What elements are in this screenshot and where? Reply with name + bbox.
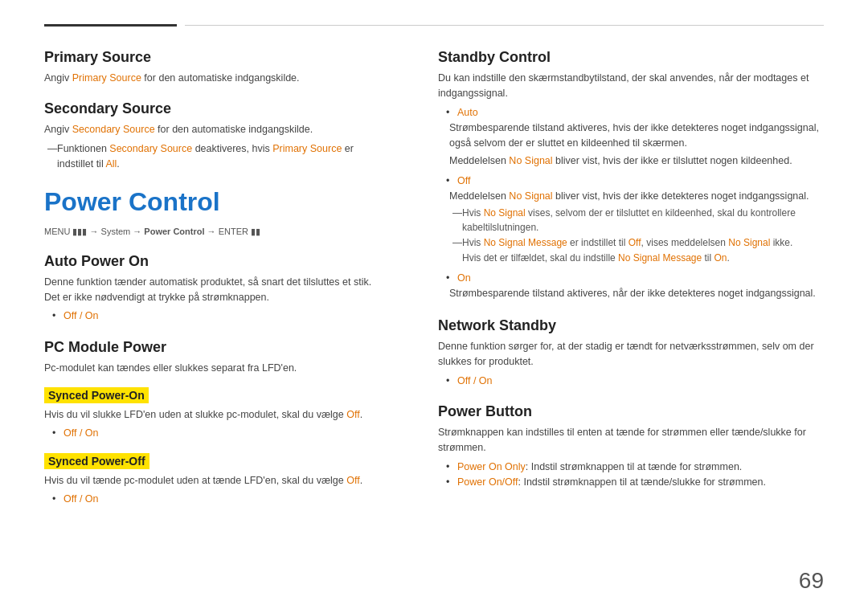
synced-power-on-bullet: Off / On	[52, 426, 390, 441]
right-column: Standby Control Du kan indstille den skæ…	[438, 49, 824, 522]
synced-power-on-label: Synced Power-On	[44, 387, 149, 403]
power-button-desc: Strømknappen kan indstilles til enten at…	[438, 425, 824, 456]
left-column: Primary Source Angiv Primary Source for …	[44, 49, 390, 522]
standby-on-desc: Strømbesparende tilstand aktiveres, når …	[438, 286, 824, 301]
network-standby-section: Network Standby Denne funktion sørger fo…	[438, 317, 824, 389]
power-control-title: Power Control	[44, 187, 390, 217]
content-area: Primary Source Angiv Primary Source for …	[44, 49, 824, 522]
divider-thin	[185, 25, 824, 26]
network-standby-title: Network Standby	[438, 317, 824, 334]
secondary-source-section: Secondary Source Angiv Secondary Source …	[44, 100, 390, 172]
standby-control-desc: Du kan indstille den skærmstandbytilstan…	[438, 71, 824, 102]
standby-auto-desc: Strømbesparende tilstand aktiveres, hvis…	[438, 121, 824, 151]
standby-off-note3: Hvis det er tilfældet, skal du indstille…	[438, 251, 824, 265]
top-dividers	[44, 24, 824, 27]
standby-control-list: Auto	[438, 105, 824, 121]
network-standby-list: Off / On	[438, 374, 824, 389]
power-button-section: Power Button Strømknappen kan indstilles…	[438, 403, 824, 491]
power-button-bullet2: Power On/Off: Indstil strømknappen til a…	[446, 475, 824, 490]
pc-module-power-title: PC Module Power	[44, 339, 390, 356]
auto-power-on-section: Auto Power On Denne funktion tænder auto…	[44, 253, 390, 325]
primary-source-desc-after: for den automatiske indgangskilde.	[141, 72, 300, 84]
page: Primary Source Angiv Primary Source for …	[0, 0, 868, 613]
power-button-bullet1: Power On Only: Indstil strømknappen til …	[446, 460, 824, 475]
primary-source-desc: Angiv Primary Source for den automatiske…	[44, 71, 390, 86]
standby-off-bullet: Off	[446, 174, 824, 189]
divider-thick	[44, 24, 177, 27]
secondary-source-note: — Funktionen Secondary Source deaktivere…	[44, 141, 390, 173]
standby-off-desc: Meddelelsen No Signal bliver vist, hvis …	[438, 189, 824, 204]
synced-power-off-list: Off / On	[44, 492, 390, 507]
synced-power-off-desc: Hvis du vil tænde pc-modulet uden at tæn…	[44, 473, 390, 488]
auto-power-on-desc: Denne funktion tænder automatisk produkt…	[44, 275, 390, 306]
auto-power-on-list: Off / On	[44, 309, 390, 324]
synced-power-off-label: Synced Power-Off	[44, 453, 149, 469]
standby-off-note1: — Hvis No Signal vises, selvom der er ti…	[438, 206, 824, 235]
standby-control-section: Standby Control Du kan indstille den skæ…	[438, 49, 824, 301]
standby-on-bullet: On	[446, 271, 824, 286]
menu-path: MENU ▮▮▮ → System → Power Control → ENTE…	[44, 225, 390, 239]
synced-power-on-list: Off / On	[44, 426, 390, 441]
standby-on-list: On	[438, 271, 824, 286]
synced-power-off-bullet: Off / On	[52, 492, 390, 507]
power-control-section: Power Control MENU ▮▮▮ → System → Power …	[44, 187, 390, 239]
standby-auto-note: Meddelelsen No Signal bliver vist, hvis …	[438, 153, 824, 169]
primary-source-link: Primary Source	[72, 72, 141, 84]
secondary-source-title: Secondary Source	[44, 100, 390, 117]
auto-power-on-bullet: Off / On	[52, 309, 390, 324]
standby-off-note2: — Hvis No Signal Message er indstillet t…	[438, 236, 824, 250]
secondary-source-desc: Angiv Secondary Source for den automatis…	[44, 122, 390, 137]
primary-source-section: Primary Source Angiv Primary Source for …	[44, 49, 390, 86]
standby-control-title: Standby Control	[438, 49, 824, 66]
synced-power-off: Synced Power-Off Hvis du vil tænde pc-mo…	[44, 448, 390, 508]
synced-power-on: Synced Power-On Hvis du vil slukke LFD'e…	[44, 382, 390, 442]
pc-module-power-desc: Pc-modulet kan tændes eller slukkes sepa…	[44, 361, 390, 376]
auto-power-on-title: Auto Power On	[44, 253, 390, 270]
standby-off-list: Off	[438, 174, 824, 189]
primary-source-title: Primary Source	[44, 49, 390, 66]
power-button-title: Power Button	[438, 403, 824, 420]
network-standby-bullet: Off / On	[446, 374, 824, 389]
power-button-list: Power On Only: Indstil strømknappen til …	[438, 460, 824, 491]
synced-power-on-desc: Hvis du vil slukke LFD'en uden at slukke…	[44, 407, 390, 423]
primary-source-desc-before: Angiv	[44, 72, 72, 84]
pc-module-power-section: PC Module Power Pc-modulet kan tændes el…	[44, 339, 390, 508]
standby-auto-bullet: Auto	[446, 105, 824, 121]
page-number: 69	[799, 568, 824, 594]
network-standby-desc: Denne funktion sørger for, at der stadig…	[438, 339, 824, 370]
